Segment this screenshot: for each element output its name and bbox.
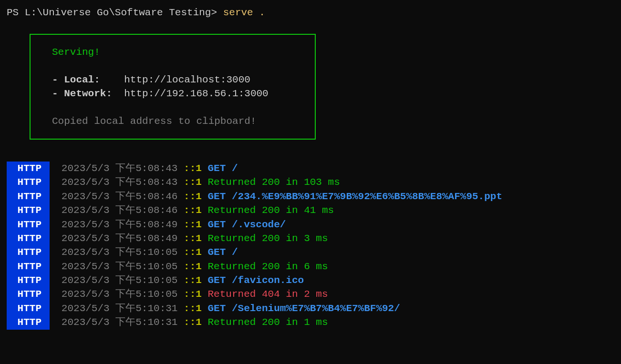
- prompt-line: PS L:\Universe Go\Software Testing> serv…: [7, 6, 614, 20]
- log-url: /favicon.ico: [232, 275, 304, 286]
- http-badge: HTTP: [7, 302, 50, 315]
- http-badge: HTTP: [7, 260, 50, 273]
- log-response: Returned 200 in 41 ms: [208, 205, 334, 216]
- log-date: 2023/5/3 下午5:08:46: [62, 205, 178, 216]
- log-date: 2023/5/3 下午5:08:49: [62, 219, 178, 230]
- log-url: /: [232, 163, 238, 174]
- log-date: 2023/5/3 下午5:10:31: [62, 317, 178, 328]
- log-date: 2023/5/3 下午5:10:05: [62, 275, 178, 286]
- serving-network-url: http://192.168.56.1:3000: [112, 88, 269, 99]
- log-line: HTTP 2023/5/3 下午5:10:31 ::1 GET /Seleniu…: [7, 302, 614, 315]
- log-line: HTTP 2023/5/3 下午5:08:43 ::1 Returned 200…: [7, 175, 614, 189]
- log-ip: ::1: [184, 303, 202, 314]
- log-method: GET: [208, 191, 226, 202]
- http-badge: HTTP: [7, 175, 50, 189]
- log-ip: ::1: [184, 261, 202, 272]
- log-response: Returned 200 in 6 ms: [208, 261, 328, 272]
- log-response: Returned 200 in 3 ms: [208, 233, 328, 244]
- log-line: HTTP 2023/5/3 下午5:08:46 ::1 GET /234.%E9…: [7, 190, 614, 203]
- log-date: 2023/5/3 下午5:10:05: [62, 247, 178, 258]
- log-ip: ::1: [184, 233, 202, 244]
- serving-box: Serving! - Local: http://localhost:3000 …: [30, 34, 316, 140]
- log-line: HTTP 2023/5/3 下午5:08:43 ::1 GET /: [7, 162, 614, 175]
- http-badge: HTTP: [7, 203, 50, 217]
- log-date: 2023/5/3 下午5:08:46: [62, 191, 178, 202]
- log-line: HTTP 2023/5/3 下午5:10:05 ::1 Returned 200…: [7, 260, 614, 273]
- prompt-command: serve .: [223, 7, 265, 18]
- log-line: HTTP 2023/5/3 下午5:08:49 ::1 Returned 200…: [7, 232, 614, 245]
- log-line: HTTP 2023/5/3 下午5:08:49 ::1 GET /.vscode…: [7, 218, 614, 232]
- log-ip: ::1: [184, 247, 202, 258]
- log-line: HTTP 2023/5/3 下午5:08:46 ::1 Returned 200…: [7, 203, 614, 217]
- http-badge: HTTP: [7, 190, 50, 203]
- log-ip: ::1: [184, 205, 202, 216]
- log-ip: ::1: [184, 191, 202, 202]
- log-method: GET: [208, 219, 226, 230]
- log-method: GET: [208, 303, 226, 314]
- serving-network-label: - Network:: [52, 88, 112, 99]
- http-badge: HTTP: [7, 232, 50, 245]
- log-method: GET: [208, 247, 226, 258]
- log-line: HTTP 2023/5/3 下午5:10:05 ::1 Returned 404…: [7, 287, 614, 301]
- log-ip: ::1: [184, 177, 202, 188]
- http-badge: HTTP: [7, 218, 50, 232]
- http-badge: HTTP: [7, 287, 50, 301]
- log-lines: HTTP 2023/5/3 下午5:08:43 ::1 GET / HTTP 2…: [7, 162, 614, 330]
- serving-copied: Copied local address to clipboard!: [52, 114, 293, 128]
- log-response: Returned 200 in 103 ms: [208, 177, 340, 188]
- http-badge: HTTP: [7, 315, 50, 329]
- log-date: 2023/5/3 下午5:08:43: [62, 163, 178, 174]
- log-url: /: [232, 247, 238, 258]
- log-date: 2023/5/3 下午5:10:31: [62, 303, 178, 314]
- log-response: Returned 404 in 2 ms: [208, 289, 328, 300]
- log-line: HTTP 2023/5/3 下午5:10:31 ::1 Returned 200…: [7, 315, 614, 329]
- log-line: HTTP 2023/5/3 下午5:10:05 ::1 GET /favicon…: [7, 273, 614, 287]
- log-response: Returned 200 in 1 ms: [208, 317, 328, 328]
- log-ip: ::1: [184, 163, 202, 174]
- log-date: 2023/5/3 下午5:10:05: [62, 289, 178, 300]
- serving-network-line: - Network: http://192.168.56.1:3000: [52, 87, 293, 101]
- log-date: 2023/5/3 下午5:10:05: [62, 261, 178, 272]
- prompt-prefix: PS L:\Universe Go\Software Testing>: [7, 7, 223, 18]
- log-ip: ::1: [184, 275, 202, 286]
- log-date: 2023/5/3 下午5:08:43: [62, 177, 178, 188]
- log-line: HTTP 2023/5/3 下午5:10:05 ::1 GET /: [7, 245, 614, 259]
- serving-local-url: http://localhost:3000: [118, 74, 250, 85]
- log-ip: ::1: [184, 289, 202, 300]
- serving-local-label: - Local:: [52, 74, 118, 85]
- log-method: GET: [208, 163, 226, 174]
- http-badge: HTTP: [7, 245, 50, 259]
- log-ip: ::1: [184, 317, 202, 328]
- http-badge: HTTP: [7, 162, 50, 175]
- log-url: /234.%E9%BB%91%E7%9B%92%E6%B5%8B%E8%AF%9…: [232, 191, 502, 202]
- log-date: 2023/5/3 下午5:08:49: [62, 233, 178, 244]
- http-badge: HTTP: [7, 273, 50, 287]
- serving-title: Serving!: [52, 45, 293, 59]
- log-method: GET: [208, 275, 226, 286]
- log-ip: ::1: [184, 219, 202, 230]
- serving-local-line: - Local: http://localhost:3000: [52, 73, 293, 87]
- log-url: /.vscode/: [232, 219, 286, 230]
- log-url: /Selenium%E7%B7%B4%E7%BF%92/: [232, 303, 400, 314]
